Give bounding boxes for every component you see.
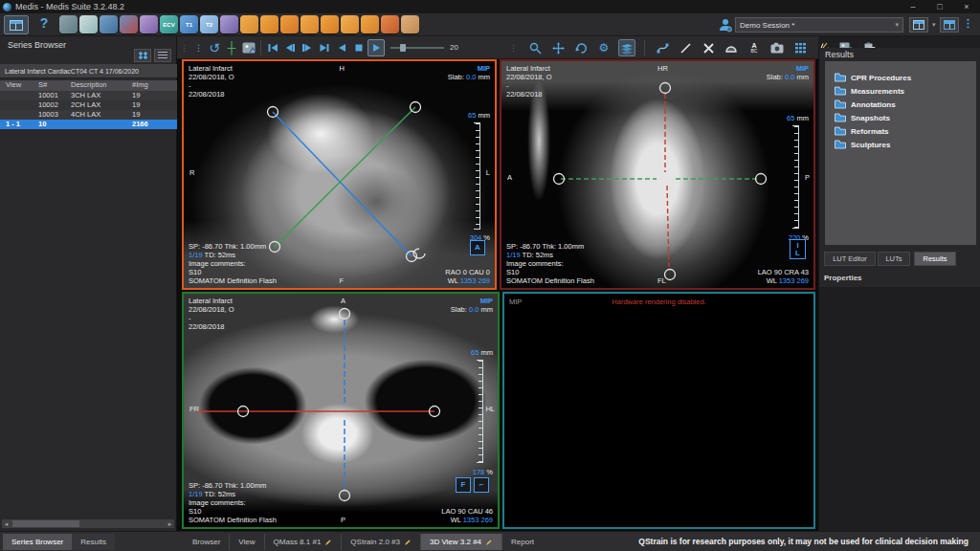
- line-tool-button[interactable]: [677, 39, 694, 56]
- empty-render-view[interactable]: [504, 294, 813, 527]
- app-icon-qmass[interactable]: [120, 15, 138, 33]
- tree-item-snapshots[interactable]: Snapshots: [825, 111, 976, 124]
- slab-tool-button[interactable]: [618, 39, 635, 56]
- play-button[interactable]: [368, 39, 385, 56]
- tree-item-cpr-procedures[interactable]: CPR Procedures: [825, 71, 976, 84]
- list-view-button[interactable]: [154, 49, 171, 62]
- previous-frame-button[interactable]: [281, 39, 299, 56]
- reference-image-button[interactable]: [240, 39, 257, 56]
- tree-item-reformats[interactable]: Reformats: [825, 124, 976, 138]
- grid-layout-button[interactable]: [791, 39, 809, 56]
- app-icon-qvessel[interactable]: [79, 15, 98, 33]
- transport-menu-icon[interactable]: ⋮: [194, 43, 203, 53]
- slider-handle[interactable]: [400, 44, 406, 52]
- layout-chevron-icon[interactable]: ▾: [932, 21, 936, 29]
- help-button[interactable]: ?: [36, 15, 52, 34]
- orientation-cube-icon[interactable]: F: [456, 477, 471, 493]
- workspace-layout-button[interactable]: [4, 15, 29, 34]
- orientation-cube-icon[interactable]: I L: [790, 239, 806, 259]
- play-backward-button[interactable]: [333, 39, 350, 56]
- spline-tool-button[interactable]: [654, 39, 671, 56]
- axis-line-green[interactable]: [275, 107, 415, 247]
- close-button[interactable]: ×: [953, 0, 980, 13]
- tree-item-measurements[interactable]: Measurements: [825, 84, 976, 98]
- app-icon-qangio[interactable]: [59, 15, 78, 33]
- column-image-count[interactable]: #Img: [132, 80, 148, 89]
- app-icon-ecv[interactable]: ECV: [160, 15, 178, 33]
- app-icon-orange-7[interactable]: [361, 15, 379, 33]
- crosshair-handle[interactable]: [665, 270, 676, 280]
- minimize-button[interactable]: –: [900, 0, 926, 13]
- table-row[interactable]: 10003 4CH LAX 19: [0, 110, 177, 120]
- app-icon-3dview[interactable]: [381, 15, 399, 33]
- speed-slider[interactable]: [390, 39, 444, 56]
- crosshair-handle[interactable]: [756, 174, 767, 185]
- pan-tool-button[interactable]: [549, 39, 567, 56]
- session-selector[interactable]: Demo Session * ▾: [735, 17, 903, 33]
- tab-results-bottom[interactable]: Results: [72, 534, 115, 550]
- tab-view[interactable]: View: [229, 534, 263, 550]
- scrollbar-thumb[interactable]: [12, 520, 79, 527]
- tree-item-sculptures[interactable]: Sculptures: [825, 138, 976, 151]
- thumbnail-view-button[interactable]: [134, 49, 151, 62]
- tab-luts[interactable]: LUTs: [878, 252, 910, 266]
- snapshot-button[interactable]: [768, 39, 786, 56]
- tab-3d-view[interactable]: 3D View 3.2 #4: [420, 534, 501, 550]
- app-icon-report[interactable]: [401, 15, 419, 33]
- app-icon-qbrain[interactable]: [100, 15, 118, 33]
- next-frame-button[interactable]: [299, 39, 316, 56]
- app-icon-orange-3[interactable]: [280, 15, 299, 33]
- zoom-tool-button[interactable]: [526, 39, 544, 56]
- reset-layout-button[interactable]: [940, 17, 959, 33]
- crosshair-handle[interactable]: [340, 309, 350, 320]
- table-row-selected[interactable]: 1 - 1 10 2166: [0, 120, 177, 129]
- app-icon-t1[interactable]: T1: [180, 15, 198, 33]
- app-icon-orange-5[interactable]: [321, 15, 339, 33]
- app-icon-qstrain[interactable]: [140, 15, 158, 33]
- app-icon-orange-1[interactable]: [240, 15, 258, 33]
- study-tab[interactable]: Lateral Infarct CardiacCT04 CT 4 17/06/2…: [0, 64, 177, 78]
- tab-browser[interactable]: Browser: [184, 534, 229, 550]
- viewport-bottom-right[interactable]: MIP Hardware rendering disabled.: [502, 292, 815, 529]
- crosshair-handle[interactable]: [340, 491, 350, 501]
- crosshair-handle[interactable]: [660, 83, 671, 94]
- viewport-bottom-left[interactable]: Lateral Infarct 22/08/2018, O - 22/08/20…: [182, 292, 500, 529]
- tab-results[interactable]: Results: [914, 252, 956, 266]
- scroll-right-icon[interactable]: ▸: [166, 520, 174, 528]
- arc-tool-button[interactable]: [723, 39, 740, 56]
- reset-view-button[interactable]: ↺: [206, 39, 223, 56]
- last-frame-button[interactable]: [316, 39, 333, 56]
- stop-button[interactable]: [350, 39, 368, 56]
- crosshair-toggle-button[interactable]: ┼: [223, 39, 240, 56]
- tab-report[interactable]: Report: [501, 534, 543, 550]
- horizontal-scrollbar[interactable]: ◂ ▸: [2, 519, 174, 528]
- scroll-left-icon[interactable]: ◂: [2, 520, 11, 528]
- column-description[interactable]: Description: [71, 80, 107, 89]
- text-annotation-button[interactable]: ABC: [746, 39, 763, 56]
- tab-qstrain[interactable]: QStrain 2.0 #3: [341, 534, 420, 550]
- app-icon-orange-4[interactable]: [301, 15, 319, 33]
- app-icon-qflow[interactable]: [220, 15, 238, 33]
- tab-lut-editor[interactable]: LUT Editor: [824, 252, 876, 266]
- display-settings-button[interactable]: ⚙: [595, 39, 612, 56]
- app-icon-orange-2[interactable]: [260, 15, 278, 33]
- viewport-top-right[interactable]: Lateral Infarct 22/08/2018, O - 22/08/20…: [500, 59, 815, 290]
- column-series-number[interactable]: S#: [38, 80, 47, 89]
- viewport-top-left[interactable]: Lateral Infarct 22/08/2018, O - 22/08/20…: [182, 59, 497, 290]
- first-frame-button[interactable]: [264, 39, 281, 56]
- undo-button[interactable]: [572, 39, 590, 56]
- tree-item-annotations[interactable]: Annotations: [825, 98, 976, 111]
- maximize-layout-button[interactable]: [909, 17, 928, 33]
- tab-series-browser[interactable]: Series Browser: [3, 534, 72, 550]
- column-view[interactable]: View: [6, 80, 21, 89]
- maximize-button[interactable]: □: [926, 0, 953, 13]
- cross-tool-button[interactable]: [700, 39, 717, 56]
- overflow-menu-icon[interactable]: ⋮: [963, 17, 973, 30]
- orientation-corner-icon[interactable]: ⌐: [474, 477, 489, 493]
- table-row[interactable]: 10002 2CH LAX 19: [0, 100, 177, 110]
- table-row[interactable]: 10001 3CH LAX 19: [0, 91, 177, 100]
- orientation-cube-icon[interactable]: A: [470, 240, 485, 255]
- rotate-handle-icon[interactable]: [413, 249, 425, 258]
- tab-qmass[interactable]: QMass 8.1 #1: [264, 534, 342, 550]
- app-icon-t2[interactable]: T2: [200, 15, 218, 33]
